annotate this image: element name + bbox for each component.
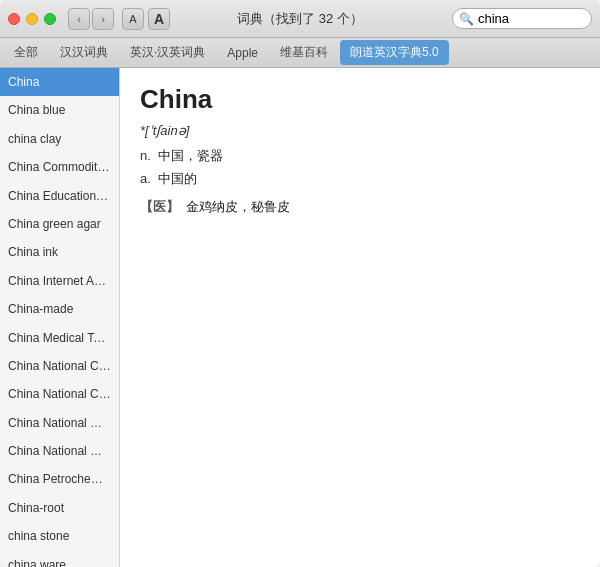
font-size-controls: A A xyxy=(122,8,170,30)
sidebar-item-china-clay[interactable]: china clay xyxy=(0,125,119,153)
sidebar-item-china-medical[interactable]: China Medical Team xyxy=(0,324,119,352)
back-button[interactable]: ‹ xyxy=(68,8,90,30)
nav-arrows: ‹ › xyxy=(68,8,114,30)
tab-langdao[interactable]: 朗道英汉字典5.0 xyxy=(340,40,449,65)
sidebar-item-china-national-ma2[interactable]: China National Ma... xyxy=(0,437,119,465)
font-small-button[interactable]: A xyxy=(122,8,144,30)
sidebar-item-china-green[interactable]: China green agar xyxy=(0,210,119,238)
forward-button[interactable]: › xyxy=(92,8,114,30)
def-adj-text: 中国的 xyxy=(158,171,197,186)
titlebar: ‹ › A A 词典（找到了 32 个） 🔍 ✕ xyxy=(0,0,600,38)
entry-definitions: n. 中国，瓷器 a. 中国的 【医】 金鸡纳皮，秘鲁皮 xyxy=(140,144,580,218)
sidebar-item-china-stone[interactable]: china stone xyxy=(0,522,119,550)
def-medical-text: 金鸡纳皮，秘鲁皮 xyxy=(186,199,290,214)
definition-medical: 【医】 金鸡纳皮，秘鲁皮 xyxy=(140,195,580,218)
entry-phonetic: *[ˈtʃainə] xyxy=(140,123,580,138)
sidebar-item-china-education[interactable]: China Education a... xyxy=(0,182,119,210)
window-title: 词典（找到了 32 个） xyxy=(237,10,363,28)
sidebar-item-china-internet[interactable]: China Internet Ass... xyxy=(0,267,119,295)
main-content: China China blue china clay China Commod… xyxy=(0,68,600,567)
sidebar-item-china-national-ma1[interactable]: China National Ma... xyxy=(0,409,119,437)
entry-content: China *[ˈtʃainə] n. 中国，瓷器 a. 中国的 【医】 金鸡纳… xyxy=(120,68,600,567)
sidebar-item-china-commodity[interactable]: China Commodity I... xyxy=(0,153,119,181)
definition-adj: a. 中国的 xyxy=(140,167,580,190)
sidebar-item-china-made[interactable]: China-made xyxy=(0,295,119,323)
sidebar-item-china-ink[interactable]: China ink xyxy=(0,238,119,266)
maximize-button[interactable] xyxy=(44,13,56,25)
sidebar-item-china-petro[interactable]: China Petrochemic... xyxy=(0,465,119,493)
traffic-lights xyxy=(8,13,56,25)
sidebar-item-china[interactable]: China xyxy=(0,68,119,96)
minimize-button[interactable] xyxy=(26,13,38,25)
search-box: 🔍 ✕ xyxy=(452,8,592,29)
definition-noun: n. 中国，瓷器 xyxy=(140,144,580,167)
font-large-button[interactable]: A xyxy=(148,8,170,30)
sidebar-item-china-national-ch[interactable]: China National Ch... xyxy=(0,352,119,380)
sidebar-item-china-blue[interactable]: China blue xyxy=(0,96,119,124)
entry-title: China xyxy=(140,84,580,115)
close-button[interactable] xyxy=(8,13,20,25)
sidebar-item-china-national-co[interactable]: China National Co... xyxy=(0,380,119,408)
sidebar: China China blue china clay China Commod… xyxy=(0,68,120,567)
search-icon: 🔍 xyxy=(459,12,474,26)
sidebar-item-china-root[interactable]: China-root xyxy=(0,494,119,522)
pos-noun: n. xyxy=(140,148,151,163)
medical-tag: 【医】 xyxy=(140,199,179,214)
search-input[interactable] xyxy=(478,11,600,26)
tab-wiki[interactable]: 维基百科 xyxy=(270,40,338,65)
tab-enzh[interactable]: 英汉·汉英词典 xyxy=(120,40,215,65)
tab-all[interactable]: 全部 xyxy=(4,40,48,65)
pos-adj: a. xyxy=(140,171,151,186)
sidebar-item-china-ware[interactable]: china ware xyxy=(0,551,119,567)
tabbar: 全部 汉汉词典 英汉·汉英词典 Apple 维基百科 朗道英汉字典5.0 xyxy=(0,38,600,68)
def-noun-text: 中国，瓷器 xyxy=(158,148,223,163)
tab-hanhan[interactable]: 汉汉词典 xyxy=(50,40,118,65)
tab-apple[interactable]: Apple xyxy=(217,42,268,64)
